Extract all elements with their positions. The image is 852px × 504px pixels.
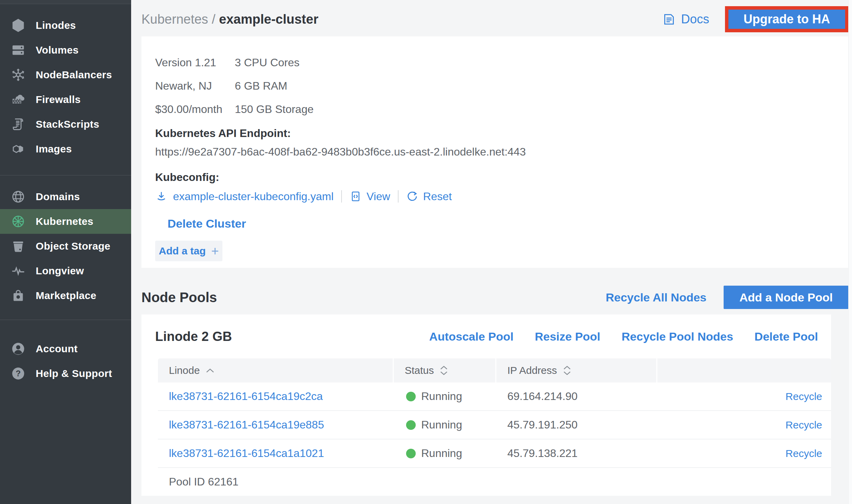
status-cell: Running [394, 419, 496, 431]
sidebar-item-longview[interactable]: Longview [0, 259, 131, 283]
volumes-icon [11, 43, 26, 58]
recycle-node-link[interactable]: Recycle [785, 448, 822, 459]
sidebar-item-label: StackScripts [36, 118, 99, 130]
sidebar-group-compute: Linodes Volumes NodeBalancers [0, 13, 131, 161]
nodebalancers-icon [11, 67, 26, 82]
sidebar-top-strip [0, 0, 131, 4]
status-text: Running [421, 447, 462, 460]
sidebar-item-marketplace[interactable]: Marketplace [0, 283, 131, 308]
breadcrumb-separator: / [208, 12, 219, 26]
reset-label: Reset [423, 190, 452, 203]
breadcrumb-current: example-cluster [219, 12, 318, 26]
pool-actions: Autoscale Pool Resize Pool Recycle Pool … [429, 330, 818, 343]
delete-cluster-button[interactable]: Delete Cluster [168, 217, 246, 230]
sidebar-item-help-support[interactable]: ? Help & Support [0, 361, 131, 386]
autoscale-pool-link[interactable]: Autoscale Pool [429, 330, 514, 343]
main-content: Kubernetes / example-cluster Docs Upgrad… [131, 0, 852, 504]
delete-pool-link[interactable]: Delete Pool [755, 330, 818, 343]
upgrade-to-ha-button[interactable]: Upgrade to HA [728, 10, 845, 29]
recycle-node-link[interactable]: Recycle [785, 419, 822, 431]
status-running-dot [406, 392, 416, 401]
sidebar-item-linodes[interactable]: Linodes [0, 13, 131, 38]
docs-link[interactable]: Docs [662, 12, 709, 26]
column-label: Status [405, 365, 434, 376]
pool-nodes-table: Linode Status IP Address lke38731-62161-… [158, 358, 831, 496]
api-endpoint-url: https://9e2a7307-b6ac-408f-ba62-9483b0b3… [155, 144, 835, 159]
linode-cloud-manager: Linodes Volumes NodeBalancers [0, 0, 852, 504]
docs-label: Docs [681, 12, 709, 26]
sidebar-group-account: Account ? Help & Support [0, 336, 131, 386]
sidebar-item-object-storage[interactable]: Object Storage [0, 234, 131, 259]
divider [341, 190, 342, 203]
ip-address: 45.79.138.221 [496, 447, 657, 460]
kubernetes-helm-icon [11, 214, 26, 229]
node-pool-card: Linode 2 GB Autoscale Pool Resize Pool R… [141, 314, 831, 496]
column-label: IP Address [507, 365, 557, 376]
question-icon: ? [11, 366, 26, 381]
reset-kubeconfig-link[interactable]: Reset [406, 190, 452, 203]
status-cell: Running [394, 390, 496, 403]
status-cell: Running [394, 447, 496, 460]
column-label: Linode [169, 365, 200, 376]
divider [398, 190, 399, 203]
node-pools-header: Node Pools Recycle All Nodes Add a Node … [141, 282, 849, 313]
images-icon [11, 141, 26, 157]
add-node-pool-button[interactable]: Add a Node Pool [724, 286, 849, 309]
sidebar-item-firewalls[interactable]: Firewalls [0, 87, 131, 112]
code-file-icon [349, 190, 362, 203]
kubeconfig-label: Kubeconfig: [155, 170, 835, 185]
table-row: lke38731-62161-6154ca19e885 Running 45.7… [158, 411, 831, 439]
sidebar-item-kubernetes[interactable]: Kubernetes [0, 209, 131, 234]
firewalls-icon [11, 92, 26, 107]
sidebar-item-domains[interactable]: Domains [0, 184, 131, 209]
page-header: Kubernetes / example-cluster Docs Upgrad… [141, 0, 849, 36]
status-text: Running [421, 419, 462, 431]
view-kubeconfig-link[interactable]: View [349, 190, 390, 203]
sort-asc-icon [206, 368, 214, 373]
sidebar-item-label: Firewalls [36, 94, 81, 105]
sidebar-item-stackscripts[interactable]: StackScripts [0, 112, 131, 137]
header-actions: Docs Upgrade to HA [662, 6, 849, 32]
table-row: lke38731-62161-6154ca19c2ca Running 69.1… [158, 382, 831, 411]
column-header-linode[interactable]: Linode [158, 358, 393, 382]
cluster-region: Newark, NJ [155, 80, 235, 92]
breadcrumb: Kubernetes / example-cluster [141, 12, 318, 27]
column-header-ip-address[interactable]: IP Address [496, 358, 656, 382]
kubeconfig-file-link[interactable]: example-cluster-kubeconfig.yaml [173, 190, 334, 203]
bucket-icon [11, 239, 26, 254]
add-tag-button[interactable]: Add a tag + [155, 241, 222, 261]
spec-row: Version 1.21 3 CPU Cores [155, 51, 835, 74]
sidebar-item-volumes[interactable]: Volumes [0, 38, 131, 62]
breadcrumb-root[interactable]: Kubernetes [141, 12, 208, 26]
sidebar: Linodes Volumes NodeBalancers [0, 0, 131, 504]
cluster-summary-card: Version 1.21 3 CPU Cores Newark, NJ 6 GB… [141, 36, 849, 268]
sidebar-item-label: Domains [36, 191, 80, 203]
api-endpoint-label: Kubernetes API Endpoint: [155, 126, 835, 141]
svg-text:?: ? [16, 369, 21, 378]
reset-refresh-icon [406, 190, 418, 203]
resize-pool-link[interactable]: Resize Pool [535, 330, 600, 343]
column-header-status[interactable]: Status [394, 358, 495, 382]
download-icon[interactable] [155, 190, 168, 203]
node-link[interactable]: lke38731-62161-6154ca1a1021 [169, 447, 324, 459]
node-pools-title: Node Pools [141, 290, 606, 305]
sidebar-item-nodebalancers[interactable]: NodeBalancers [0, 62, 131, 87]
sidebar-item-account[interactable]: Account [0, 336, 131, 361]
pool-plan-name: Linode 2 GB [155, 329, 429, 344]
status-running-dot [406, 420, 416, 430]
node-link[interactable]: lke38731-62161-6154ca19c2ca [169, 390, 323, 402]
node-link[interactable]: lke38731-62161-6154ca19e885 [169, 419, 324, 431]
linodes-icon [11, 18, 26, 33]
sidebar-item-label: Object Storage [36, 240, 111, 252]
scrollbar-track[interactable] [848, 0, 852, 504]
recycle-node-link[interactable]: Recycle [785, 391, 822, 402]
sidebar-item-images[interactable]: Images [0, 137, 131, 161]
person-icon [11, 341, 26, 356]
add-tag-label: Add a tag [159, 245, 206, 257]
recycle-pool-nodes-link[interactable]: Recycle Pool Nodes [622, 330, 733, 343]
ip-address: 69.164.214.90 [496, 390, 657, 403]
view-label: View [367, 190, 390, 203]
recycle-all-nodes-link[interactable]: Recycle All Nodes [606, 291, 706, 304]
spec-row: $30.00/month 150 GB Storage [155, 98, 835, 121]
spec-row: Newark, NJ 6 GB RAM [155, 74, 835, 98]
